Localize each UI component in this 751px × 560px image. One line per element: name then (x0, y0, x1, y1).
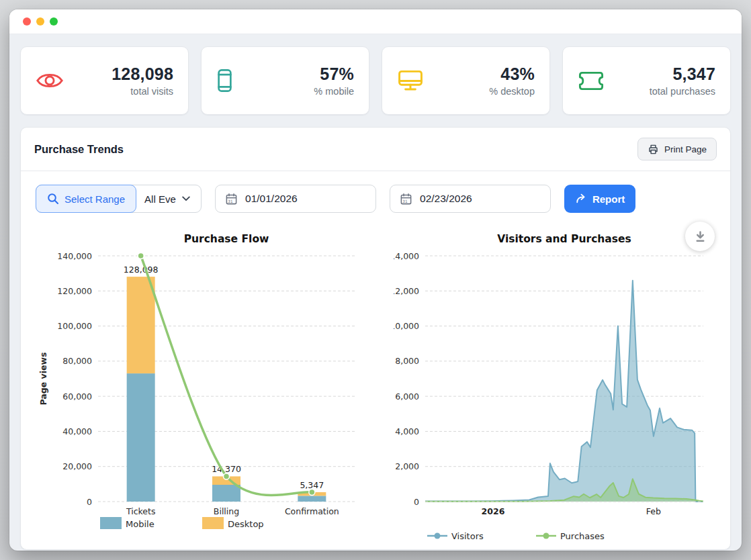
trends-header: Purchase Trends Print Page (21, 128, 730, 171)
date-to-input[interactable]: 31 02/23/2026 (390, 185, 551, 213)
stat-text: 43% % desktop (489, 64, 535, 97)
legend-swatch (100, 517, 122, 529)
event-select-value: All Eve (144, 193, 176, 205)
stat-card-percent-mobile: 57% % mobile (201, 46, 369, 115)
stat-value: 43% (489, 64, 535, 84)
bar-mobile-confirmation (298, 496, 326, 502)
stat-label: % mobile (314, 86, 354, 97)
date-from-input[interactable]: 31 01/01/2026 (215, 185, 376, 213)
bar-mobile-tickets (127, 373, 155, 502)
legend-marker (435, 533, 441, 539)
print-page-button[interactable]: Print Page (637, 138, 717, 160)
close-window-button[interactable] (23, 17, 31, 26)
flow-y-tick-label: 20,000 (62, 461, 92, 471)
share-arrow-icon (575, 193, 587, 204)
legend-item-visitors[interactable]: Visitors (427, 531, 484, 541)
vp-y-tick-label: 6,000 (395, 391, 419, 402)
y-axis-title: Page views (38, 353, 48, 406)
legend-swatch (202, 517, 224, 529)
window-titlebar (9, 9, 742, 34)
app-window: 128,098 total visits 57% % mobile (9, 9, 742, 551)
stats-row: 128,098 total visits 57% % mobile (20, 46, 731, 115)
visitors-purchases-chart: Visitors and Purchases02,0004,0006,0008,… (394, 224, 733, 546)
desktop: { "stats": [ { "icon": "eye-icon", "colo… (0, 0, 751, 560)
select-range-button[interactable]: Select Range (36, 185, 136, 213)
printer-icon (648, 144, 659, 155)
flow-y-tick-label: 120,000 (57, 286, 92, 296)
date-to-value: 02/23/2026 (420, 193, 472, 205)
vp-y-tick-label: 2,000 (395, 461, 419, 471)
svg-text:31: 31 (402, 199, 408, 203)
visitors-purchases-chart-container: Visitors and Purchases02,0004,0006,0008,… (394, 224, 733, 546)
flow-y-tick-label: 40,000 (62, 426, 92, 436)
report-button[interactable]: Report (564, 185, 635, 213)
x-tick-label: Feb (646, 506, 661, 516)
bar-desktop-tickets (127, 277, 155, 373)
bar-mobile-billing (212, 485, 240, 502)
flow-y-tick-label: 0 (87, 497, 92, 507)
flow-y-tick-label: 140,000 (57, 251, 92, 261)
legend-label: Desktop (228, 519, 264, 529)
vp-y-tick-label: 12,000 (394, 286, 419, 296)
header-divider (21, 171, 730, 171)
stat-label: total purchases (650, 86, 715, 97)
range-filter-group: Select Range All Eve (36, 185, 202, 213)
visitors-purchases-title: Visitors and Purchases (497, 233, 631, 245)
stat-text: 5,347 total purchases (650, 64, 715, 97)
line-point-marker (224, 473, 230, 479)
vp-y-tick-label: 8,000 (395, 356, 419, 366)
x-tick-label: 2026 (482, 506, 505, 516)
date-from-value: 01/01/2026 (245, 193, 298, 205)
chevron-down-icon (182, 196, 190, 201)
charts-row: Purchase FlowPage views020,00040,00060,0… (21, 224, 730, 546)
ticket-icon (578, 71, 607, 91)
legend-item-mobile[interactable]: Mobile (100, 517, 154, 529)
vp-y-tick-label: 0 (414, 497, 419, 507)
vp-y-tick-label: 14,000 (394, 251, 419, 261)
print-page-label: Print Page (664, 144, 707, 154)
event-select-dropdown[interactable]: All Eve (136, 185, 201, 212)
legend-label: Visitors (451, 531, 484, 541)
conversion-line (141, 256, 312, 496)
flow-y-tick-label: 60,000 (62, 391, 92, 402)
visitors-area (425, 281, 703, 502)
svg-text:31: 31 (228, 199, 233, 203)
legend-label: Purchases (560, 531, 605, 541)
report-label: Report (592, 193, 625, 205)
zoom-window-button[interactable] (50, 17, 58, 26)
stat-value: 57% (314, 64, 354, 84)
vp-y-tick-label: 4,000 (395, 426, 419, 436)
stat-card-total-visits: 128,098 total visits (20, 46, 189, 115)
select-range-label: Select Range (64, 193, 125, 205)
x-category-label: Billing (214, 506, 239, 516)
legend-item-purchases[interactable]: Purchases (536, 531, 605, 541)
bar-value-label: 128,098 (124, 265, 159, 275)
line-point-marker (138, 253, 144, 259)
stat-label: total visits (112, 86, 173, 97)
stat-value: 5,347 (650, 64, 715, 84)
desktop-monitor-icon (397, 69, 427, 92)
section-title: Purchase Trends (34, 143, 124, 156)
legend-marker (543, 533, 549, 539)
stat-card-percent-desktop: 43% % desktop (382, 46, 550, 115)
calendar-icon: 31 (400, 193, 412, 205)
legend-label: Mobile (126, 519, 154, 529)
purchase-flow-title: Purchase Flow (184, 233, 269, 245)
stat-card-total-purchases: 5,347 total purchases (562, 46, 731, 115)
filters-row: Select Range All Eve (36, 185, 715, 213)
purchase-flow-chart-container: Purchase FlowPage views020,00040,00060,0… (33, 224, 379, 546)
legend-item-desktop[interactable]: Desktop (202, 517, 264, 529)
chart-download-button[interactable] (685, 222, 715, 251)
minimize-window-button[interactable] (36, 17, 44, 26)
eye-icon (36, 69, 65, 92)
purchase-trends-card: Purchase Trends Print Page (20, 127, 731, 550)
flow-y-tick-label: 100,000 (57, 321, 92, 331)
stat-text: 128,098 total visits (112, 64, 173, 97)
stat-label: % desktop (489, 86, 535, 97)
purchase-flow-chart: Purchase FlowPage views020,00040,00060,0… (33, 224, 379, 546)
page-content: 128,098 total visits 57% % mobile (9, 34, 742, 550)
search-icon (47, 193, 59, 205)
x-category-label: Confirmation (285, 506, 339, 516)
calendar-icon: 31 (225, 193, 238, 205)
mobile-phone-icon (216, 68, 246, 93)
